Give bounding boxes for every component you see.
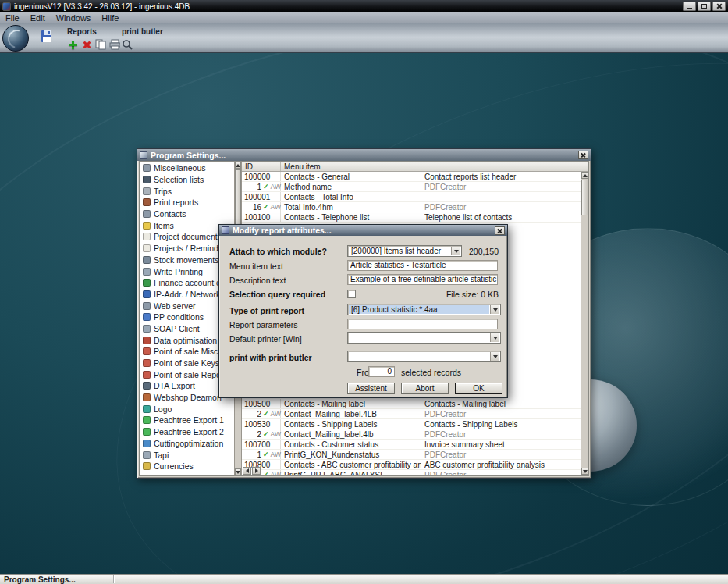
sidebar-item[interactable]: Cuttingoptimization: [140, 438, 234, 450]
row-description: Invoice summary sheet: [421, 440, 581, 449]
copy-report-button[interactable]: [95, 39, 106, 50]
arrow-right-icon: [255, 468, 258, 473]
default-printer-select[interactable]: [347, 332, 501, 344]
settings-window-titlebar[interactable]: Program Settings...: [137, 149, 591, 161]
chevron-down-icon: [454, 250, 459, 253]
description-text-input[interactable]: Example of a free definable article stat…: [347, 274, 498, 285]
dropdown-button[interactable]: [451, 247, 460, 255]
table-row[interactable]: 1AWPrintG_PRJ_ABC_ANALYSEPDFCreator: [242, 470, 581, 475]
row-menu-item: Contacts - Shipping Labels: [281, 419, 421, 429]
scrollbar-thumb[interactable]: [581, 180, 588, 215]
print-with-print-butler-select[interactable]: [347, 351, 501, 362]
menu-edit[interactable]: Edit: [25, 12, 51, 23]
menu-item-text-input[interactable]: Article statistics - Testarticle: [347, 260, 498, 271]
table-row[interactable]: 100700Contacts - Customer statusInvoice …: [242, 440, 581, 450]
table-row[interactable]: 1AWPrintG_KON_KundenstatusPDFCreator: [242, 450, 581, 460]
assistent-button[interactable]: Assistent: [347, 383, 395, 394]
menu-file[interactable]: File: [0, 12, 25, 23]
row-menu-item: Contact_Mailing_label.4LB: [281, 409, 421, 418]
sidebar-item-label: SOAP Client: [154, 324, 200, 333]
row-id: 2: [244, 430, 261, 439]
sidebar-item[interactable]: Peachtree Export 1: [140, 415, 234, 426]
close-icon: [581, 152, 586, 158]
app-titlebar: ingeniousV12 [V3.3.42 - 26.03.12] - inge…: [0, 0, 728, 12]
dialog-titlebar[interactable]: Modify report attributes...: [219, 225, 507, 236]
sidebar-item[interactable]: Peachtree Export 2: [140, 426, 234, 438]
table-row[interactable]: 1AWMethod namePDFCreator: [242, 182, 581, 192]
desktop: ingeniousV12 [V3.3.42 - 26.03.12] - inge…: [0, 0, 728, 584]
table-row[interactable]: 16AWTotal Info.4hmPDFCreator: [242, 202, 581, 212]
table-row[interactable]: 2AWContact_Mailing_label.4LBPDFCreator: [242, 409, 581, 419]
menu-hilfe[interactable]: Hilfe: [96, 12, 124, 23]
print-report-button[interactable]: [109, 39, 120, 50]
type-of-print-report-label: Type of print report: [229, 306, 304, 315]
column-header-id[interactable]: ID: [242, 162, 281, 171]
row-id: 1: [244, 450, 261, 459]
sidebar-item-icon: [143, 233, 151, 240]
sidebar-item[interactable]: Currencies: [140, 461, 234, 472]
sidebar-item-icon: [143, 313, 151, 321]
check-icon: [263, 431, 269, 438]
ok-button[interactable]: OK: [455, 383, 502, 394]
selected-records-count-input[interactable]: 0: [368, 366, 395, 377]
print-butler-search-button[interactable]: [122, 39, 133, 50]
sidebar-item-label: Write Printing: [154, 267, 203, 276]
abort-button[interactable]: Abort: [401, 383, 449, 394]
dropdown-button[interactable]: [490, 352, 499, 361]
table-row[interactable]: 100000Contacts - GeneralContact reports …: [242, 172, 581, 182]
check-icon: [263, 204, 269, 211]
menu-item-text-label: Menu item text: [229, 262, 283, 271]
dropdown-button[interactable]: [490, 333, 499, 342]
save-button[interactable]: [41, 30, 51, 41]
scroll-right-button[interactable]: [252, 467, 261, 475]
dropdown-button[interactable]: [490, 305, 499, 314]
sidebar-item[interactable]: Trips: [140, 185, 234, 197]
column-header-extra[interactable]: [421, 162, 588, 171]
table-row[interactable]: 100100Contacts - Telephone listTelephone…: [242, 212, 581, 223]
menu-windows[interactable]: Windows: [51, 12, 97, 23]
row-description: Contact reports list header: [421, 172, 581, 181]
sidebar-item-label: PP conditions: [154, 312, 204, 322]
minimize-button[interactable]: [683, 2, 696, 11]
row-menu-item: Contact_Mailing_label.4lb: [281, 429, 421, 439]
table-horizontal-scroll-buttons[interactable]: [243, 467, 261, 475]
sidebar-item-icon: [143, 164, 151, 172]
maximize-button[interactable]: [698, 2, 711, 11]
sidebar-item-icon: [143, 222, 151, 230]
sidebar-item[interactable]: Selection lists: [140, 174, 234, 186]
row-description: Contacts - Shipping Labels: [421, 419, 581, 429]
scroll-down-button[interactable]: [581, 468, 588, 475]
scroll-left-button[interactable]: [243, 467, 251, 475]
sidebar-item[interactable]: Contacts: [140, 208, 234, 220]
table-row[interactable]: 2AWContact_Mailing_label.4lbPDFCreator: [242, 429, 581, 440]
attach-module-number: 200,150: [469, 247, 499, 256]
sidebar-item[interactable]: Logo: [140, 403, 234, 415]
attach-module-value: [200000] Items list header: [349, 247, 450, 255]
sidebar-item-icon: [143, 176, 151, 183]
delete-icon: [83, 41, 91, 48]
attach-module-select[interactable]: [200000] Items list header: [347, 245, 462, 257]
delete-report-button[interactable]: [81, 39, 92, 50]
scroll-up-button[interactable]: [235, 162, 241, 169]
type-of-print-report-select[interactable]: [6] Product statistic *.4aa: [347, 304, 501, 315]
selection-query-checkbox[interactable]: [347, 290, 356, 298]
table-vertical-scrollbar[interactable]: [581, 172, 588, 475]
table-row[interactable]: 100530Contacts - Shipping LabelsContacts…: [242, 419, 581, 429]
sidebar-item-label: Projects / Reminder: [154, 244, 226, 253]
sidebar-item[interactable]: Tapi: [140, 449, 234, 461]
sidebar-item[interactable]: Print reports: [140, 197, 234, 208]
scroll-down-button[interactable]: [235, 468, 241, 475]
add-report-button[interactable]: [67, 39, 78, 50]
dialog-close-button[interactable]: [495, 226, 505, 235]
table-row[interactable]: 100500Contacts - Mailing labelContacts -…: [242, 399, 581, 409]
sidebar-item[interactable]: Miscellaneous: [140, 162, 234, 174]
table-row[interactable]: 100001Contacts - Total Info: [242, 192, 581, 202]
settings-close-button[interactable]: [578, 151, 588, 159]
column-header-menu-item[interactable]: Menu item: [281, 162, 421, 171]
scroll-up-button[interactable]: [581, 172, 588, 179]
table-row[interactable]: 100800Contacts - ABC customer profitabil…: [242, 460, 581, 470]
close-button[interactable]: [712, 2, 726, 11]
row-menu-item: Contacts - Customer status: [281, 440, 421, 449]
report-parameters-input[interactable]: [347, 319, 498, 329]
sidebar-item-icon: [143, 302, 151, 310]
